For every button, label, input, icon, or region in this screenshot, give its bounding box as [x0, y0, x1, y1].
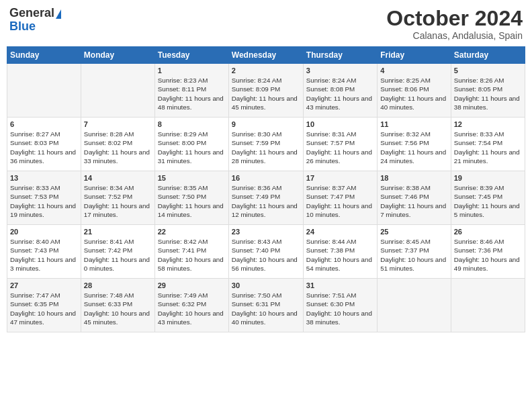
day-content: Sunrise: 7:48 AM Sunset: 6:33 PM Dayligh… — [84, 291, 152, 326]
day-content: Sunrise: 8:37 AM Sunset: 7:47 PM Dayligh… — [306, 183, 374, 219]
calendar-week-1: 1Sunrise: 8:23 AM Sunset: 8:11 PM Daylig… — [7, 64, 525, 118]
day-number: 14 — [84, 174, 152, 182]
calendar-cell: 18Sunrise: 8:38 AM Sunset: 7:46 PM Dayli… — [378, 171, 451, 225]
header-wednesday: Wednesday — [228, 47, 303, 64]
logo-triangle-icon — [56, 9, 61, 19]
day-content: Sunrise: 7:50 AM Sunset: 6:31 PM Dayligh… — [232, 291, 300, 326]
calendar-cell: 22Sunrise: 8:42 AM Sunset: 7:41 PM Dayli… — [154, 225, 228, 279]
day-number: 4 — [380, 66, 448, 75]
day-content: Sunrise: 8:46 AM Sunset: 7:36 PM Dayligh… — [454, 237, 522, 273]
day-number: 5 — [454, 66, 522, 75]
calendar-cell: 3Sunrise: 8:24 AM Sunset: 8:08 PM Daylig… — [303, 64, 377, 118]
calendar-body: 1Sunrise: 8:23 AM Sunset: 8:11 PM Daylig… — [7, 64, 525, 332]
day-number: 2 — [232, 66, 300, 75]
day-number: 10 — [306, 120, 374, 128]
calendar-cell: 14Sunrise: 8:34 AM Sunset: 7:52 PM Dayli… — [81, 171, 154, 225]
day-content: Sunrise: 8:24 AM Sunset: 8:09 PM Dayligh… — [232, 76, 300, 111]
day-number: 23 — [232, 228, 300, 236]
day-content: Sunrise: 8:38 AM Sunset: 7:46 PM Dayligh… — [380, 183, 448, 219]
calendar-cell: 5Sunrise: 8:26 AM Sunset: 8:05 PM Daylig… — [451, 64, 525, 118]
day-content: Sunrise: 8:45 AM Sunset: 7:37 PM Dayligh… — [380, 237, 448, 273]
day-number: 19 — [454, 174, 522, 182]
day-number: 11 — [380, 120, 448, 128]
day-number: 31 — [306, 281, 374, 289]
calendar-cell: 17Sunrise: 8:37 AM Sunset: 7:47 PM Dayli… — [303, 171, 377, 225]
day-content: Sunrise: 8:35 AM Sunset: 7:50 PM Dayligh… — [158, 183, 226, 219]
day-content: Sunrise: 8:33 AM Sunset: 7:53 PM Dayligh… — [10, 183, 78, 219]
day-number: 27 — [10, 281, 78, 289]
calendar-cell: 24Sunrise: 8:44 AM Sunset: 7:38 PM Dayli… — [303, 225, 377, 279]
calendar-cell: 8Sunrise: 8:29 AM Sunset: 8:00 PM Daylig… — [154, 118, 228, 171]
calendar-table: Sunday Monday Tuesday Wednesday Thursday… — [7, 46, 525, 332]
day-number: 13 — [10, 174, 78, 182]
calendar-cell: 12Sunrise: 8:33 AM Sunset: 7:54 PM Dayli… — [451, 118, 525, 171]
calendar-week-3: 13Sunrise: 8:33 AM Sunset: 7:53 PM Dayli… — [7, 171, 525, 225]
day-number: 20 — [10, 228, 78, 236]
calendar-cell: 16Sunrise: 8:36 AM Sunset: 7:49 PM Dayli… — [228, 171, 303, 225]
month-title: October 2024 — [386, 7, 523, 30]
day-number: 17 — [306, 174, 374, 182]
calendar-cell: 28Sunrise: 7:48 AM Sunset: 6:33 PM Dayli… — [81, 279, 154, 332]
calendar-cell — [7, 64, 81, 118]
calendar-week-4: 20Sunrise: 8:40 AM Sunset: 7:43 PM Dayli… — [7, 225, 525, 279]
day-content: Sunrise: 8:31 AM Sunset: 7:57 PM Dayligh… — [306, 130, 374, 165]
calendar-cell: 13Sunrise: 8:33 AM Sunset: 7:53 PM Dayli… — [7, 171, 81, 225]
day-number: 15 — [158, 174, 226, 182]
calendar-cell: 11Sunrise: 8:32 AM Sunset: 7:56 PM Dayli… — [378, 118, 451, 171]
calendar-header: Sunday Monday Tuesday Wednesday Thursday… — [7, 47, 525, 64]
day-number: 1 — [158, 66, 226, 75]
calendar-cell: 6Sunrise: 8:27 AM Sunset: 8:03 PM Daylig… — [7, 118, 81, 171]
calendar-cell: 21Sunrise: 8:41 AM Sunset: 7:42 PM Dayli… — [81, 225, 154, 279]
day-number: 18 — [380, 174, 448, 182]
calendar-cell: 27Sunrise: 7:47 AM Sunset: 6:35 PM Dayli… — [7, 279, 81, 332]
calendar-cell: 25Sunrise: 8:45 AM Sunset: 7:37 PM Dayli… — [378, 225, 451, 279]
day-content: Sunrise: 8:26 AM Sunset: 8:05 PM Dayligh… — [454, 76, 522, 111]
day-number: 9 — [232, 120, 300, 128]
day-content: Sunrise: 8:39 AM Sunset: 7:45 PM Dayligh… — [454, 183, 522, 219]
location-text: Calanas, Andalusia, Spain — [386, 30, 523, 41]
header-tuesday: Tuesday — [154, 47, 228, 64]
calendar-cell — [378, 279, 451, 332]
day-content: Sunrise: 7:47 AM Sunset: 6:35 PM Dayligh… — [10, 291, 78, 326]
day-number: 30 — [232, 281, 300, 289]
calendar-cell: 31Sunrise: 7:51 AM Sunset: 6:30 PM Dayli… — [303, 279, 377, 332]
day-content: Sunrise: 8:29 AM Sunset: 8:00 PM Dayligh… — [158, 130, 226, 165]
calendar-cell: 2Sunrise: 8:24 AM Sunset: 8:09 PM Daylig… — [228, 64, 303, 118]
day-number: 25 — [380, 228, 448, 236]
day-number: 29 — [158, 281, 226, 289]
header-sunday: Sunday — [7, 47, 81, 64]
day-content: Sunrise: 8:28 AM Sunset: 8:02 PM Dayligh… — [84, 130, 152, 165]
header-thursday: Thursday — [303, 47, 377, 64]
day-number: 7 — [84, 120, 152, 128]
day-number: 8 — [158, 120, 226, 128]
header-row: Sunday Monday Tuesday Wednesday Thursday… — [7, 47, 525, 64]
day-number: 12 — [454, 120, 522, 128]
day-content: Sunrise: 8:43 AM Sunset: 7:40 PM Dayligh… — [232, 237, 300, 273]
day-content: Sunrise: 8:40 AM Sunset: 7:43 PM Dayligh… — [10, 237, 78, 273]
day-content: Sunrise: 8:36 AM Sunset: 7:49 PM Dayligh… — [232, 183, 300, 219]
day-number: 3 — [306, 66, 374, 75]
header-friday: Friday — [378, 47, 451, 64]
day-number: 6 — [10, 120, 78, 128]
day-number: 26 — [454, 228, 522, 236]
day-number: 22 — [158, 228, 226, 236]
calendar-cell: 23Sunrise: 8:43 AM Sunset: 7:40 PM Dayli… — [228, 225, 303, 279]
calendar-cell — [451, 279, 525, 332]
day-content: Sunrise: 8:24 AM Sunset: 8:08 PM Dayligh… — [306, 76, 374, 111]
calendar-cell: 1Sunrise: 8:23 AM Sunset: 8:11 PM Daylig… — [154, 64, 228, 118]
day-content: Sunrise: 8:23 AM Sunset: 8:11 PM Dayligh… — [158, 76, 226, 111]
day-number: 16 — [232, 174, 300, 182]
day-content: Sunrise: 8:27 AM Sunset: 8:03 PM Dayligh… — [10, 130, 78, 165]
calendar-cell: 4Sunrise: 8:25 AM Sunset: 8:06 PM Daylig… — [378, 64, 451, 118]
day-content: Sunrise: 8:30 AM Sunset: 7:59 PM Dayligh… — [232, 130, 300, 165]
calendar-cell: 19Sunrise: 8:39 AM Sunset: 7:45 PM Dayli… — [451, 171, 525, 225]
header-monday: Monday — [81, 47, 154, 64]
calendar-week-2: 6Sunrise: 8:27 AM Sunset: 8:03 PM Daylig… — [7, 118, 525, 171]
calendar-cell — [81, 64, 154, 118]
day-content: Sunrise: 7:51 AM Sunset: 6:30 PM Dayligh… — [306, 291, 374, 326]
calendar-cell: 29Sunrise: 7:49 AM Sunset: 6:32 PM Dayli… — [154, 279, 228, 332]
calendar-cell: 7Sunrise: 8:28 AM Sunset: 8:02 PM Daylig… — [81, 118, 154, 171]
day-content: Sunrise: 8:34 AM Sunset: 7:52 PM Dayligh… — [84, 183, 152, 219]
header-saturday: Saturday — [451, 47, 525, 64]
calendar-cell: 10Sunrise: 8:31 AM Sunset: 7:57 PM Dayli… — [303, 118, 377, 171]
